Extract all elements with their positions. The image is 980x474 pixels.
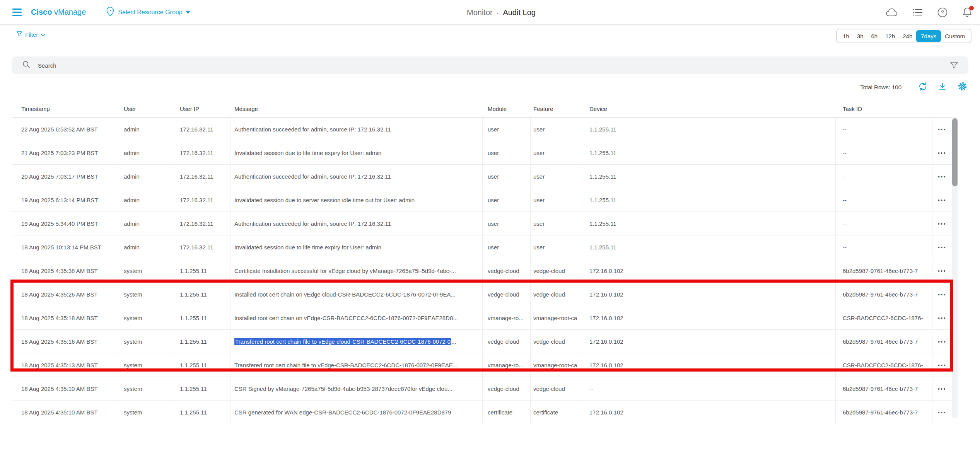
cell-actions: ••• xyxy=(932,291,952,298)
table-row: 18 Aug 2025 4:35:18 AM BST system 1.1.25… xyxy=(12,306,952,330)
cell-module: certificate xyxy=(482,409,530,416)
cell-user: admin xyxy=(118,126,174,133)
time-range-12h[interactable]: 12h xyxy=(881,31,899,41)
column-header-message[interactable]: Message xyxy=(230,106,482,112)
cell-feature: user xyxy=(530,150,582,156)
download-icon[interactable] xyxy=(938,82,947,92)
column-header-timestamp[interactable]: Timestamp xyxy=(12,106,118,112)
cell-message: Authentication succeeded for admin, sour… xyxy=(230,126,482,133)
time-range-24h[interactable]: 24h xyxy=(899,31,916,41)
row-actions-icon[interactable]: ••• xyxy=(938,268,946,274)
row-actions-icon[interactable]: ••• xyxy=(938,221,946,227)
cell-message: CSR Signed by vManage-7265a75f-5d9d-4abc… xyxy=(230,385,482,392)
page-title: Audit Log xyxy=(503,8,536,17)
cell-user: system xyxy=(118,385,174,392)
cell-actions: ••• xyxy=(932,126,952,133)
table-row: 18 Aug 2025 4:35:26 AM BST system 1.1.25… xyxy=(12,283,952,306)
cell-user-ip: 1.1.255.11 xyxy=(174,362,230,368)
time-range-1h[interactable]: 1h xyxy=(839,31,853,41)
row-actions-icon[interactable]: ••• xyxy=(938,292,946,298)
cloud-icon[interactable] xyxy=(886,8,898,17)
table-row: 21 Aug 2025 7:03:23 PM BST admin 172.16.… xyxy=(12,141,952,165)
column-header-user[interactable]: User xyxy=(118,106,174,112)
table-row: 18 Aug 2025 10:13:14 PM BST admin 172.16… xyxy=(12,235,952,259)
cell-task-id: 6b2d5987-9761-46ec-b773-7 xyxy=(835,385,932,392)
top-header: Cisco vManage Select Resource Group Moni… xyxy=(0,0,980,25)
search-input[interactable]: Search xyxy=(38,62,56,69)
notifications-icon[interactable] xyxy=(962,7,972,18)
caret-down-icon xyxy=(186,11,190,14)
cell-feature: user xyxy=(530,244,582,251)
brand-cisco: Cisco xyxy=(31,8,52,16)
table-row: 18 Aug 2025 4:35:13 AM BST system 1.1.25… xyxy=(12,353,952,377)
column-header-task-id[interactable]: Task ID xyxy=(835,106,932,112)
row-actions-icon[interactable]: ••• xyxy=(938,197,946,203)
gear-icon[interactable] xyxy=(957,81,968,93)
cell-feature: vedge-cloud xyxy=(530,291,582,298)
cell-task-id: -- xyxy=(835,173,932,180)
row-actions-icon[interactable]: ••• xyxy=(938,409,946,416)
total-rows-label: Total Rows: 100 xyxy=(860,84,901,90)
cell-actions: ••• xyxy=(932,409,952,416)
resource-group-label: Select Resource Group xyxy=(118,9,182,16)
vertical-scrollbar-thumb[interactable] xyxy=(952,118,958,186)
cell-module: vedge-cloud xyxy=(482,268,530,274)
row-actions-icon[interactable]: ••• xyxy=(938,244,946,251)
cell-device: 172.16.0.102 xyxy=(582,338,835,345)
cell-module: user xyxy=(482,173,530,180)
time-range-6h[interactable]: 6h xyxy=(867,31,882,41)
table-row: 18 Aug 2025 4:35:10 AM BST system 1.1.25… xyxy=(12,401,952,424)
breadcrumb-separator: · xyxy=(497,8,499,17)
table-body: 22 Aug 2025 6:53:52 AM BST admin 172.16.… xyxy=(12,118,952,424)
column-header-user-ip[interactable]: User IP xyxy=(174,106,230,112)
table-row: 22 Aug 2025 6:53:52 AM BST admin 172.16.… xyxy=(12,118,952,141)
cell-user-ip: 172.16.32.11 xyxy=(174,150,230,156)
row-actions-icon[interactable]: ••• xyxy=(938,126,946,133)
cell-feature: certificate xyxy=(530,409,582,416)
breadcrumb: Monitor · Audit Log xyxy=(467,8,536,17)
funnel-icon xyxy=(16,31,22,38)
search-filter-funnel-icon[interactable] xyxy=(950,61,958,70)
menu-icon[interactable] xyxy=(12,9,22,16)
message-suffix: ... xyxy=(451,338,456,345)
cell-timestamp: 18 Aug 2025 10:13:14 PM BST xyxy=(12,244,118,251)
column-header-feature[interactable]: Feature xyxy=(530,106,582,112)
row-actions-icon[interactable]: ••• xyxy=(938,315,946,321)
row-actions-icon[interactable]: ••• xyxy=(938,339,946,345)
cell-user-ip: 1.1.255.11 xyxy=(174,338,230,345)
cell-user-ip: 1.1.255.11 xyxy=(174,409,230,416)
cell-task-id: CSR-BADCECC2-6CDC-1876- xyxy=(835,362,932,368)
table-row: 20 Aug 2025 7:03:17 PM BST admin 172.16.… xyxy=(12,165,952,188)
cell-timestamp: 18 Aug 2025 4:35:18 AM BST xyxy=(12,315,118,321)
row-actions-icon[interactable]: ••• xyxy=(938,150,946,156)
cell-user: system xyxy=(118,338,174,345)
column-header-module[interactable]: Module xyxy=(482,106,530,112)
list-icon[interactable] xyxy=(913,8,923,17)
cell-user: system xyxy=(118,362,174,368)
help-icon[interactable]: ? xyxy=(937,7,948,17)
cell-timestamp: 18 Aug 2025 4:35:13 AM BST xyxy=(12,362,118,368)
audit-log-table: Timestamp User User IP Message Module Fe… xyxy=(12,100,952,424)
cell-feature: vmanage-root-ca xyxy=(530,315,582,321)
time-range-3h[interactable]: 3h xyxy=(853,31,867,41)
cell-message: Installed root cert chain on vEdge-CSR-B… xyxy=(230,315,482,321)
filter-label: Filter xyxy=(25,31,38,38)
filter-toggle[interactable]: Filter xyxy=(16,31,46,38)
time-range-Custom[interactable]: Custom xyxy=(941,31,969,41)
column-header-device[interactable]: Device xyxy=(582,106,835,112)
resource-group-selector[interactable]: Select Resource Group xyxy=(106,7,190,18)
cell-module: vedge-cloud xyxy=(482,291,530,298)
row-actions-icon[interactable]: ••• xyxy=(938,362,946,368)
cell-message: Installed root cert chain on vEdge cloud… xyxy=(230,291,482,298)
cell-device: 172.16.0.102 xyxy=(582,362,835,368)
row-actions-icon[interactable]: ••• xyxy=(938,386,946,392)
cell-module: vmanage-ro... xyxy=(482,315,530,321)
cell-user-ip: 172.16.32.11 xyxy=(174,244,230,251)
cell-feature: user xyxy=(530,220,582,227)
refresh-icon[interactable] xyxy=(918,82,928,93)
time-range-7days[interactable]: 7days xyxy=(916,30,941,42)
search-bar[interactable]: Search xyxy=(12,56,968,74)
row-actions-icon[interactable]: ••• xyxy=(938,174,946,180)
table-row: 19 Aug 2025 5:34:40 PM BST admin 172.16.… xyxy=(12,212,952,235)
cell-message: Transfered root cert chain file to vEdge… xyxy=(230,338,482,345)
